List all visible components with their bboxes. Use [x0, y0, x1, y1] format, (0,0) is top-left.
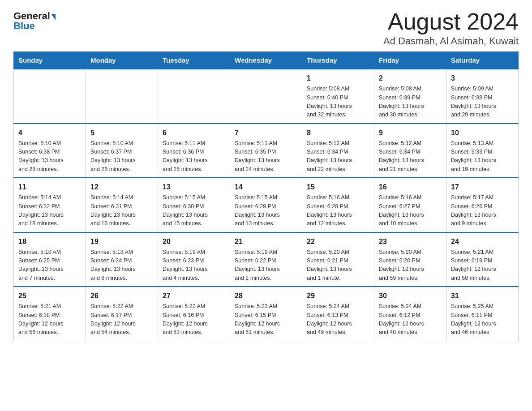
calendar-cell [86, 69, 158, 124]
calendar-cell: 8Sunrise: 5:12 AM Sunset: 6:34 PM Daylig… [302, 124, 374, 178]
calendar-cell: 11Sunrise: 5:14 AM Sunset: 6:32 PM Dayli… [14, 178, 86, 232]
day-info: Sunrise: 5:11 AM Sunset: 6:36 PM Dayligh… [163, 139, 225, 174]
calendar-cell: 26Sunrise: 5:22 AM Sunset: 6:17 PM Dayli… [86, 287, 158, 341]
calendar-cell: 18Sunrise: 5:18 AM Sunset: 6:25 PM Dayli… [14, 232, 86, 287]
calendar-cell: 4Sunrise: 5:10 AM Sunset: 6:38 PM Daylig… [14, 124, 86, 178]
calendar-cell: 2Sunrise: 5:08 AM Sunset: 6:39 PM Daylig… [374, 69, 446, 124]
day-number: 9 [379, 128, 442, 138]
week-row-1: 1Sunrise: 5:08 AM Sunset: 6:40 PM Daylig… [14, 69, 519, 124]
weekday-header-wednesday: Wednesday [230, 52, 302, 69]
day-info: Sunrise: 5:20 AM Sunset: 6:20 PM Dayligh… [379, 248, 442, 283]
day-info: Sunrise: 5:19 AM Sunset: 6:23 PM Dayligh… [163, 248, 225, 283]
logo-blue: Blue [13, 20, 35, 32]
day-info: Sunrise: 5:08 AM Sunset: 6:40 PM Dayligh… [307, 85, 369, 120]
location: Ad Dasmah, Al Asimah, Kuwait [383, 35, 519, 47]
day-number: 21 [235, 236, 297, 247]
calendar-cell: 30Sunrise: 5:24 AM Sunset: 6:12 PM Dayli… [374, 287, 446, 341]
day-number: 3 [451, 73, 514, 84]
day-number: 24 [451, 236, 514, 247]
calendar-cell: 6Sunrise: 5:11 AM Sunset: 6:36 PM Daylig… [158, 124, 230, 178]
day-info: Sunrise: 5:14 AM Sunset: 6:31 PM Dayligh… [90, 193, 153, 228]
calendar-cell: 22Sunrise: 5:20 AM Sunset: 6:21 PM Dayli… [302, 232, 374, 287]
day-number: 16 [379, 182, 442, 193]
day-number: 12 [90, 182, 153, 193]
week-row-4: 18Sunrise: 5:18 AM Sunset: 6:25 PM Dayli… [14, 232, 519, 287]
calendar-cell [158, 69, 230, 124]
calendar-cell: 29Sunrise: 5:24 AM Sunset: 6:13 PM Dayli… [302, 287, 374, 341]
week-row-5: 25Sunrise: 5:21 AM Sunset: 6:18 PM Dayli… [14, 287, 519, 341]
day-number: 27 [163, 291, 225, 301]
day-info: Sunrise: 5:23 AM Sunset: 6:15 PM Dayligh… [235, 302, 297, 337]
calendar-cell: 17Sunrise: 5:17 AM Sunset: 6:26 PM Dayli… [446, 178, 519, 232]
day-number: 1 [307, 73, 369, 84]
day-info: Sunrise: 5:16 AM Sunset: 6:27 PM Dayligh… [379, 193, 442, 228]
day-number: 22 [307, 236, 369, 247]
day-number: 14 [235, 182, 297, 193]
day-number: 15 [307, 182, 369, 193]
calendar-cell: 10Sunrise: 5:13 AM Sunset: 6:33 PM Dayli… [446, 124, 519, 178]
calendar-cell: 16Sunrise: 5:16 AM Sunset: 6:27 PM Dayli… [374, 178, 446, 232]
calendar-cell: 31Sunrise: 5:25 AM Sunset: 6:11 PM Dayli… [446, 287, 519, 341]
day-number: 25 [18, 291, 81, 301]
calendar-cell: 5Sunrise: 5:10 AM Sunset: 6:37 PM Daylig… [86, 124, 158, 178]
calendar-cell: 19Sunrise: 5:18 AM Sunset: 6:24 PM Dayli… [86, 232, 158, 287]
day-info: Sunrise: 5:10 AM Sunset: 6:38 PM Dayligh… [18, 139, 81, 174]
day-info: Sunrise: 5:22 AM Sunset: 6:16 PM Dayligh… [163, 302, 225, 337]
day-number: 28 [235, 291, 297, 301]
day-info: Sunrise: 5:09 AM Sunset: 6:38 PM Dayligh… [451, 85, 514, 120]
day-info: Sunrise: 5:18 AM Sunset: 6:24 PM Dayligh… [90, 248, 153, 283]
day-number: 8 [307, 128, 369, 138]
logo: General Blue [13, 9, 56, 32]
day-info: Sunrise: 5:24 AM Sunset: 6:13 PM Dayligh… [307, 302, 369, 337]
day-number: 4 [18, 128, 81, 138]
day-info: Sunrise: 5:16 AM Sunset: 6:28 PM Dayligh… [307, 193, 369, 228]
day-info: Sunrise: 5:11 AM Sunset: 6:35 PM Dayligh… [235, 139, 297, 174]
day-info: Sunrise: 5:20 AM Sunset: 6:21 PM Dayligh… [307, 248, 369, 283]
logo-general: General [13, 11, 50, 21]
weekday-header-sunday: Sunday [14, 52, 86, 69]
day-number: 26 [90, 291, 153, 301]
day-number: 13 [163, 182, 225, 193]
calendar-cell [230, 69, 302, 124]
day-number: 17 [451, 182, 514, 193]
week-row-2: 4Sunrise: 5:10 AM Sunset: 6:38 PM Daylig… [14, 124, 519, 178]
day-number: 23 [379, 236, 442, 247]
page-header: General Blue August 2024 Ad Dasmah, Al A… [13, 9, 519, 47]
day-number: 7 [235, 128, 297, 138]
weekday-header-tuesday: Tuesday [158, 52, 230, 69]
day-info: Sunrise: 5:12 AM Sunset: 6:34 PM Dayligh… [307, 139, 369, 174]
calendar-cell: 9Sunrise: 5:12 AM Sunset: 6:34 PM Daylig… [374, 124, 446, 178]
calendar-cell: 7Sunrise: 5:11 AM Sunset: 6:35 PM Daylig… [230, 124, 302, 178]
title-section: August 2024 Ad Dasmah, Al Asimah, Kuwait [383, 9, 519, 47]
calendar-cell: 14Sunrise: 5:15 AM Sunset: 6:29 PM Dayli… [230, 178, 302, 232]
day-info: Sunrise: 5:08 AM Sunset: 6:39 PM Dayligh… [379, 85, 442, 120]
weekday-header-monday: Monday [86, 52, 158, 69]
day-info: Sunrise: 5:25 AM Sunset: 6:11 PM Dayligh… [451, 302, 514, 337]
day-info: Sunrise: 5:15 AM Sunset: 6:30 PM Dayligh… [163, 193, 225, 228]
calendar-cell: 21Sunrise: 5:19 AM Sunset: 6:22 PM Dayli… [230, 232, 302, 287]
month-title: August 2024 [383, 9, 519, 34]
calendar-cell: 24Sunrise: 5:21 AM Sunset: 6:19 PM Dayli… [446, 232, 519, 287]
day-number: 18 [18, 236, 81, 247]
day-number: 29 [307, 291, 369, 301]
day-info: Sunrise: 5:10 AM Sunset: 6:37 PM Dayligh… [90, 139, 153, 174]
calendar-cell: 20Sunrise: 5:19 AM Sunset: 6:23 PM Dayli… [158, 232, 230, 287]
day-number: 10 [451, 128, 514, 138]
day-info: Sunrise: 5:18 AM Sunset: 6:25 PM Dayligh… [18, 248, 81, 283]
day-info: Sunrise: 5:14 AM Sunset: 6:32 PM Dayligh… [18, 193, 81, 228]
weekday-header-thursday: Thursday [302, 52, 374, 69]
day-info: Sunrise: 5:22 AM Sunset: 6:17 PM Dayligh… [90, 302, 153, 337]
day-info: Sunrise: 5:17 AM Sunset: 6:26 PM Dayligh… [451, 193, 514, 228]
calendar-cell: 28Sunrise: 5:23 AM Sunset: 6:15 PM Dayli… [230, 287, 302, 341]
calendar-cell [14, 69, 86, 124]
day-info: Sunrise: 5:19 AM Sunset: 6:22 PM Dayligh… [235, 248, 297, 283]
weekday-header-row: SundayMondayTuesdayWednesdayThursdayFrid… [14, 52, 519, 69]
calendar-cell: 1Sunrise: 5:08 AM Sunset: 6:40 PM Daylig… [302, 69, 374, 124]
day-number: 20 [163, 236, 225, 247]
day-info: Sunrise: 5:13 AM Sunset: 6:33 PM Dayligh… [451, 139, 514, 174]
weekday-header-friday: Friday [374, 52, 446, 69]
day-number: 30 [379, 291, 442, 301]
calendar-cell: 13Sunrise: 5:15 AM Sunset: 6:30 PM Dayli… [158, 178, 230, 232]
day-info: Sunrise: 5:21 AM Sunset: 6:19 PM Dayligh… [451, 248, 514, 283]
weekday-header-saturday: Saturday [446, 52, 519, 69]
